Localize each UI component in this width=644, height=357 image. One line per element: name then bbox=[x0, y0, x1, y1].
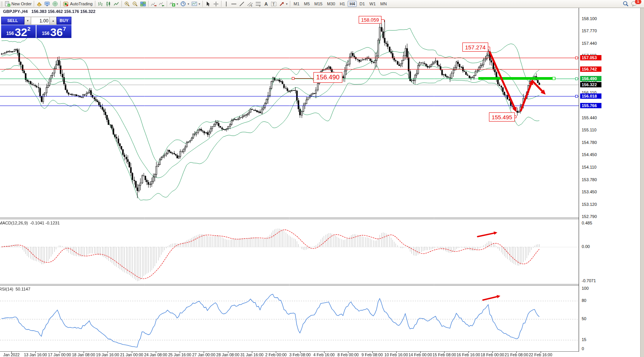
search-button[interactable] bbox=[622, 0, 630, 7]
volume-increase-button[interactable]: ▲ bbox=[49, 17, 57, 25]
rsi-scale-0: 0 bbox=[582, 346, 584, 351]
fibonacci-tool-button[interactable]: F bbox=[254, 0, 263, 7]
equidistant-channel-icon: E bbox=[247, 1, 253, 7]
time-axis[interactable]: Jan 202213 Jan 16:0017 Jan 00:0018 Jan 0… bbox=[0, 352, 644, 357]
new-order-label: New Order bbox=[11, 2, 32, 6]
vline-tool-button[interactable] bbox=[223, 0, 230, 7]
price-label-156.490: 156.490 bbox=[580, 76, 601, 81]
bar-chart-button[interactable] bbox=[97, 0, 104, 7]
time-label: 18 Jan 08:00 bbox=[72, 352, 95, 357]
timeframe-m30[interactable]: M30 bbox=[325, 1, 337, 7]
ohlc-values: 156.383 156.462 156.176 156.322 bbox=[32, 9, 95, 14]
buy-quote[interactable]: 156367 bbox=[36, 25, 71, 38]
price-tick: 152.790 bbox=[582, 214, 597, 219]
price-tick: 155.440 bbox=[582, 115, 597, 120]
periods-caret: ▾ bbox=[188, 2, 189, 6]
candlestick-chart-icon bbox=[106, 1, 111, 7]
buy-button[interactable]: BUY bbox=[57, 17, 71, 25]
price-scale[interactable]: 158.100157.770157.440157.110156.440156.1… bbox=[579, 8, 641, 352]
signals-button[interactable] bbox=[51, 0, 59, 7]
rsi-scale-15: 15 bbox=[582, 337, 586, 342]
arrows-tool-button[interactable]: ▾ bbox=[278, 0, 289, 7]
timeframe-mn[interactable]: MN bbox=[378, 1, 389, 7]
buy-quote-prefix: 156 bbox=[42, 31, 49, 36]
templates-button[interactable]: ▾ bbox=[190, 0, 201, 7]
price-tick: 157.770 bbox=[582, 28, 597, 33]
channel-tool-button[interactable]: E bbox=[246, 0, 254, 7]
vertical-line-icon bbox=[224, 1, 229, 7]
chart-shift-icon bbox=[151, 1, 157, 7]
svg-text:F: F bbox=[259, 5, 261, 7]
trendline-tool-button[interactable] bbox=[238, 0, 246, 7]
tile-windows-button[interactable] bbox=[139, 0, 147, 7]
periods-icon bbox=[180, 1, 186, 7]
price-tick: 153.120 bbox=[582, 202, 597, 207]
price-tick: 154.780 bbox=[582, 140, 597, 145]
templates-caret: ▾ bbox=[199, 2, 200, 6]
one-click-trading-panel: SELL ▼ ▲ BUY 156322 156367 bbox=[1, 17, 71, 38]
search-icon bbox=[623, 1, 629, 7]
svg-text:A: A bbox=[264, 2, 268, 7]
time-label: 27 Jan 00:00 bbox=[192, 352, 215, 357]
zoom-out-button[interactable] bbox=[131, 0, 139, 7]
time-label: 19 Jan 16:00 bbox=[96, 352, 119, 357]
time-label: 31 Jan 16:00 bbox=[241, 352, 264, 357]
timeframe-m5[interactable]: M5 bbox=[302, 1, 312, 7]
new-order-icon bbox=[5, 1, 10, 7]
cursor-icon bbox=[205, 1, 211, 7]
sell-quote-prefix: 156 bbox=[6, 31, 14, 36]
sell-quote-big: 32 bbox=[15, 27, 27, 37]
macd-values: -0.1041 -0.1231 bbox=[30, 221, 60, 225]
price-annotation-158.059[interactable]: 158.059 bbox=[359, 16, 381, 24]
autotrading-icon bbox=[63, 1, 69, 7]
label-tool-button[interactable]: T bbox=[270, 0, 278, 7]
autotrading-button[interactable]: AutoTrading bbox=[62, 0, 94, 7]
sell-quote[interactable]: 156322 bbox=[1, 25, 36, 38]
terminal-button[interactable] bbox=[43, 0, 51, 7]
sell-button[interactable]: SELL bbox=[1, 17, 24, 25]
price-annotation-157.274[interactable]: 157.274 bbox=[462, 43, 488, 52]
toolbar-grip bbox=[1, 1, 3, 6]
text-tool-button[interactable]: A bbox=[263, 0, 270, 7]
rsi-value: 50.1147 bbox=[16, 287, 30, 291]
macd-scale--0.7071: -0.7071 bbox=[582, 278, 596, 283]
indicators-icon bbox=[169, 1, 175, 7]
price-annotation-156.490[interactable]: 156.490 bbox=[313, 72, 342, 83]
macd-name: MACD(12,26,9) bbox=[0, 221, 28, 225]
periods-button[interactable]: ▾ bbox=[179, 0, 190, 7]
timeframe-m1[interactable]: M1 bbox=[292, 1, 301, 7]
time-label: 9 Feb 08:00 bbox=[361, 352, 383, 357]
crosshair-tool-button[interactable] bbox=[212, 0, 220, 7]
rsi-scale-100: 100 bbox=[582, 286, 589, 291]
timeframe-w1[interactable]: W1 bbox=[367, 1, 378, 7]
timeframe-d1[interactable]: D1 bbox=[358, 1, 367, 7]
chart-canvas[interactable] bbox=[0, 0, 644, 357]
line-chart-button[interactable] bbox=[112, 0, 120, 7]
time-label: 4 Feb 16:00 bbox=[313, 352, 335, 357]
cursor-tool-button[interactable] bbox=[204, 0, 212, 7]
zoom-in-button[interactable] bbox=[123, 0, 131, 7]
auto-scroll-button[interactable] bbox=[158, 0, 166, 7]
price-tick: 158.100 bbox=[582, 16, 597, 21]
rsi-scale-80: 80 bbox=[582, 298, 586, 303]
time-label: 24 Jan 08:00 bbox=[144, 352, 167, 357]
chart-shift-button[interactable] bbox=[150, 0, 158, 7]
timeframe-m15[interactable]: M15 bbox=[312, 1, 324, 7]
candlestick-chart-button[interactable] bbox=[104, 0, 112, 7]
indicators-button[interactable]: ▾ bbox=[168, 0, 179, 7]
vertical-scrollbar[interactable] bbox=[640, 8, 644, 357]
text-label-icon: T bbox=[271, 1, 277, 7]
time-label: 21 Jan 00:00 bbox=[120, 352, 143, 357]
hline-tool-button[interactable] bbox=[230, 0, 238, 7]
new-order-button[interactable]: New Order bbox=[3, 0, 33, 7]
notifications-button[interactable]: 1 bbox=[630, 0, 639, 7]
timeframe-h1[interactable]: H1 bbox=[338, 1, 347, 7]
price-annotation-155.495[interactable]: 155.495 bbox=[489, 112, 515, 122]
timeframe-h4[interactable]: H4 bbox=[348, 1, 357, 7]
metaeditor-icon bbox=[36, 1, 42, 7]
price-label-157.053: 157.053 bbox=[580, 55, 601, 60]
volume-input[interactable] bbox=[31, 17, 49, 25]
metaeditor-button[interactable] bbox=[35, 0, 43, 7]
tile-windows-icon bbox=[140, 1, 146, 7]
volume-decrease-button[interactable]: ▼ bbox=[24, 17, 32, 25]
